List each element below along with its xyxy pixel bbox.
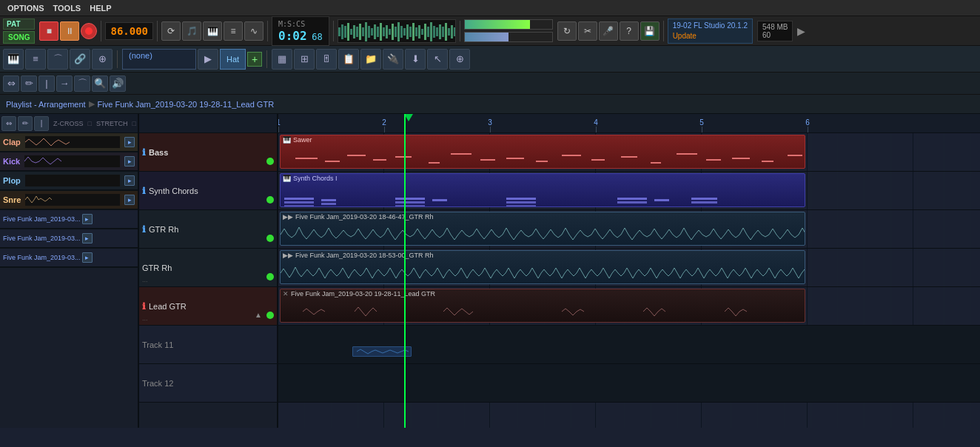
menu-tools[interactable]: TOOLS xyxy=(49,2,86,14)
t3-zoom[interactable]: 🔍 xyxy=(92,75,108,92)
menu-options[interactable]: OPTIONS xyxy=(3,2,49,14)
track-header-gtr-rh2[interactable]: GTR Rh ··· xyxy=(139,249,277,287)
channel-kick-name[interactable]: Kick xyxy=(3,157,20,166)
master-pitch-bar[interactable] xyxy=(464,32,553,42)
song-label[interactable]: SONG xyxy=(3,31,35,44)
svg-rect-23 xyxy=(406,24,409,39)
pl-clip-bass[interactable]: 🎹 Sawer xyxy=(280,135,805,169)
clip-synth-label: Synth Chords I xyxy=(293,175,338,182)
pl-row-track11[interactable] xyxy=(278,326,980,364)
channel-rack-btn[interactable]: ⊞ xyxy=(294,49,315,70)
save-button[interactable]: 💾 xyxy=(640,21,660,41)
breadcrumb-file[interactable]: Five Funk Jam_2019-03-20 19-28-11_Lead G… xyxy=(98,100,274,109)
playlist-btn[interactable]: 📋 xyxy=(338,49,359,70)
add-hat-btn[interactable]: + xyxy=(247,52,262,67)
piano-roll-btn[interactable]: 🎹 xyxy=(3,49,24,70)
menu-help[interactable]: HELP xyxy=(85,2,115,14)
seq-button[interactable]: ≡ xyxy=(224,21,243,41)
channel-ff2-name[interactable]: Five Funk Jam_2019-03... xyxy=(3,235,81,242)
pl-clip-synth[interactable]: 🎹 Synth Chords I xyxy=(280,173,805,207)
browser-btn[interactable]: 📁 xyxy=(360,49,381,70)
mic-button[interactable]: 🎤 xyxy=(599,21,618,41)
t3-bend[interactable]: ⌒ xyxy=(74,75,90,92)
channel-kick-strip: Kick ▸ xyxy=(0,152,138,171)
ruler-mark-2: 2 xyxy=(382,118,386,127)
mixer-btn[interactable]: 🎚 xyxy=(316,49,337,70)
expand-arrow[interactable]: ▶ xyxy=(797,25,805,37)
channel-kick: Kick ▸ xyxy=(0,152,138,172)
t3-btn1[interactable]: ⇔ xyxy=(3,75,19,92)
track-header-bass[interactable]: ℹ Bass xyxy=(139,133,277,172)
pl-row-track12[interactable] xyxy=(278,364,980,403)
channel-snre-btn[interactable]: ▸ xyxy=(124,195,135,205)
channel-ff1-name[interactable]: Five Funk Jam_2019-03... xyxy=(3,215,81,223)
pattern-btn[interactable]: ▦ xyxy=(272,49,292,70)
track-button[interactable]: 🎵 xyxy=(182,21,201,41)
channel-ff3-btn[interactable]: ▸ xyxy=(82,252,93,263)
t3-btn3[interactable]: | xyxy=(38,75,55,92)
pl-clip-gtr2[interactable]: ▶▶ Five Funk Jam_2019-03-20 18-53-00_GTR… xyxy=(280,250,805,284)
ruler-mark-3: 3 xyxy=(488,118,492,127)
bass-notes-svg xyxy=(281,144,805,169)
channel-ff2-btn[interactable]: ▸ xyxy=(82,233,93,243)
svg-rect-6 xyxy=(356,27,358,37)
track-header-lead[interactable]: ℹ Lead GTR ··· ▲ xyxy=(139,287,277,326)
step-seq-btn[interactable]: ≡ xyxy=(25,49,46,70)
refresh-button[interactable]: ↻ xyxy=(557,21,577,41)
stamp-btn[interactable]: ⊕ xyxy=(92,49,113,70)
wave-button[interactable]: ∿ xyxy=(244,21,264,41)
channel-ff3-name[interactable]: Five Funk Jam_2019-03... xyxy=(3,254,81,261)
channel-plop-btn[interactable]: ▸ xyxy=(124,175,135,186)
t3-nav-left[interactable]: → xyxy=(56,75,73,92)
channel-kick-btn[interactable]: ▸ xyxy=(124,156,135,167)
sidebar-arrow-left[interactable]: ⇔ xyxy=(1,116,16,131)
tempo-display[interactable]: 86.000 xyxy=(105,22,153,40)
pause-button[interactable]: ⏸ xyxy=(60,21,79,41)
channel-ff1-btn[interactable]: ▸ xyxy=(82,214,93,224)
loop-button[interactable]: ⟳ xyxy=(161,21,181,41)
record-button[interactable] xyxy=(81,23,97,39)
channel-snre-name[interactable]: Snre xyxy=(3,195,21,204)
channel-clap-btn[interactable]: ▸ xyxy=(124,137,135,147)
piano-button[interactable]: 🎹 xyxy=(203,21,222,41)
pointer-btn[interactable]: ↖ xyxy=(427,49,448,70)
cut-button[interactable]: ✂ xyxy=(578,21,597,41)
master-vol-bar[interactable] xyxy=(464,19,553,30)
link-btn[interactable]: 🔗 xyxy=(70,49,90,70)
info-line2: Update xyxy=(673,31,748,41)
clip-synth-header: 🎹 Synth Chords I xyxy=(281,174,805,183)
ruler-mark-1: 1 xyxy=(278,118,281,127)
mixer-play[interactable]: ▶ xyxy=(198,49,218,70)
pl-clip-gtr1[interactable]: ▶▶ Five Funk Jam_2019-03-20 18-46-47_GTR… xyxy=(280,212,805,246)
t3-vol[interactable]: 🔊 xyxy=(110,75,126,92)
svg-rect-56 xyxy=(732,158,750,159)
hat-selector[interactable]: Hat xyxy=(220,49,246,70)
mixer-select[interactable]: (none) xyxy=(122,49,196,70)
svg-rect-55 xyxy=(706,159,721,161)
svg-rect-50 xyxy=(562,155,581,156)
track11-small-clip[interactable] xyxy=(352,346,412,357)
channel-plop-name[interactable]: Plop xyxy=(3,176,21,185)
ruler-mark-6: 6 xyxy=(805,118,810,127)
snap-btn[interactable]: ⊕ xyxy=(449,49,470,70)
ruler-tick-5 xyxy=(702,127,702,132)
curve-btn[interactable]: ⌒ xyxy=(47,49,68,70)
t3-btn2[interactable]: ✏ xyxy=(21,75,37,92)
breadcrumb-playlist[interactable]: Playlist - Arrangement xyxy=(6,100,86,109)
track-header-gtr-rh[interactable]: ℹ GTR Rh xyxy=(139,210,277,249)
track-header-11[interactable]: Track 11 xyxy=(139,326,277,364)
plugin-btn[interactable]: 🔌 xyxy=(383,49,403,70)
track-header-12[interactable]: Track 12 xyxy=(139,364,277,403)
stop-button[interactable]: ■ xyxy=(39,21,58,41)
pl-clip-lead[interactable]: ✕ Five Funk Jam_2019-03-20 19-28-11_Lead… xyxy=(280,289,805,323)
track-header-synth[interactable]: ℹ Synth Chords xyxy=(139,172,277,210)
sidebar-bar[interactable]: | xyxy=(34,116,49,131)
svg-rect-8 xyxy=(362,27,364,36)
clip-bass-icon: 🎹 xyxy=(283,136,291,144)
sidebar-pencil[interactable]: ✏ xyxy=(18,116,33,131)
question-button[interactable]: ? xyxy=(620,21,639,41)
channel-clap-name[interactable]: Clap xyxy=(3,138,21,147)
download-btn[interactable]: ⬇ xyxy=(405,49,426,70)
svg-rect-17 xyxy=(389,29,391,35)
pat-label[interactable]: PAT xyxy=(3,19,35,30)
